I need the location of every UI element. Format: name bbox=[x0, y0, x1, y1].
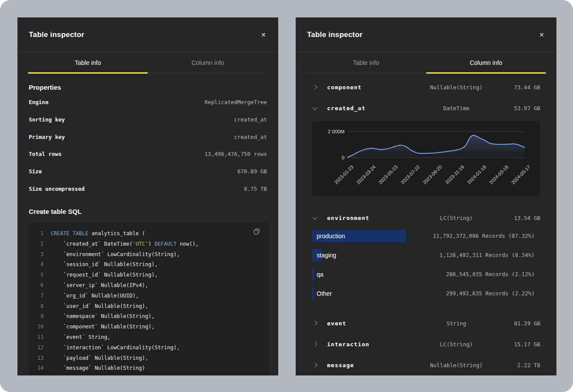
sql-line: 12 `interaction` LowCardinality(String), bbox=[29, 342, 269, 353]
line-number: 8 bbox=[29, 303, 44, 309]
line-number: 6 bbox=[29, 282, 44, 288]
sql-line: 10 `component` Nullable(String), bbox=[29, 321, 269, 332]
column-size: 53.97 GB bbox=[489, 105, 540, 112]
tab-column-info[interactable]: Column info bbox=[148, 52, 268, 73]
x-axis-label: 2024-03-18 bbox=[488, 164, 509, 185]
column-type: Nullable(String) bbox=[424, 362, 489, 368]
property-row: Total rows13,496,476,750 rows bbox=[29, 145, 267, 163]
column-row-component[interactable]: componentNullable(String)73.44 GB bbox=[296, 77, 556, 98]
env-value-row: Other299,492,635 Records (2.22%) bbox=[312, 287, 535, 300]
tab-bar: Table info Column info bbox=[28, 52, 268, 73]
created-at-histogram: 2 000M02023-01-232023-03-242023-05-23202… bbox=[312, 121, 540, 196]
sql-line-code: `payload` Nullable(String), bbox=[51, 355, 148, 361]
env-value-records: 11,792,372,086 Records (87.32%) bbox=[433, 230, 535, 242]
column-row-created_at[interactable]: created_atDateTime53.97 GB bbox=[296, 98, 556, 118]
sql-token: `payload` Nullable(String), bbox=[51, 355, 148, 361]
chevron-right-icon[interactable] bbox=[313, 363, 327, 367]
x-axis-label: 2024-05-17 bbox=[510, 164, 531, 185]
sql-line-code: `interaction` LowCardinality(String), bbox=[51, 345, 180, 351]
column-row-environment[interactable]: environmentLC(String)13.54 GB bbox=[296, 207, 556, 228]
x-axis-label: 2023-05-23 bbox=[378, 164, 399, 185]
app-background: Table inspector ✕ Table info Column info… bbox=[0, 0, 573, 392]
column-row-event[interactable]: eventString81.29 GB bbox=[296, 313, 556, 334]
sql-token: `server_ip` Nullable(IPv4), bbox=[51, 282, 148, 288]
env-value-label: Other bbox=[317, 287, 332, 300]
table-inspector-dialog-table-info: Table inspector ✕ Table info Column info… bbox=[17, 17, 278, 375]
sql-line-code: `environment` LowCardinality(String), bbox=[51, 251, 180, 257]
column-size: 2.22 TB bbox=[489, 362, 540, 368]
chevron-down-icon[interactable] bbox=[313, 107, 327, 109]
close-button[interactable]: ✕ bbox=[259, 30, 268, 40]
column-name: message bbox=[327, 362, 424, 368]
table-inspector-dialog-column-info: Table inspector ✕ Table info Column info… bbox=[296, 17, 556, 375]
histogram-svg: 2 000M02023-01-232023-03-242023-05-23202… bbox=[312, 121, 540, 196]
sql-token: `environment` LowCardinality(String), bbox=[51, 251, 180, 257]
property-row: Size670.89 GB bbox=[29, 163, 267, 180]
environment-top-values: production11,792,372,086 Records (87.32%… bbox=[296, 228, 556, 313]
property-label: Engine bbox=[29, 99, 48, 105]
env-value-row: production11,792,372,086 Records (87.32%… bbox=[312, 230, 535, 242]
sql-line-code: `created_at` DateTime('UTC') DEFAULT now… bbox=[51, 241, 199, 247]
tab-bar: Table info Column info bbox=[306, 52, 546, 73]
sql-line: 6 `server_ip` Nullable(IPv4), bbox=[29, 280, 269, 291]
dialog-title: Table inspector bbox=[307, 30, 362, 39]
x-axis-label: 2023-11-19 bbox=[444, 164, 465, 185]
line-number: 10 bbox=[29, 324, 44, 330]
property-value: 670.89 GB bbox=[237, 168, 267, 175]
column-row-message[interactable]: messageNullable(String)2.22 TB bbox=[296, 355, 556, 375]
sql-line: 11 `event` String, bbox=[29, 332, 269, 342]
sql-token: now(), bbox=[177, 241, 199, 247]
column-size: 73.44 GB bbox=[489, 84, 540, 91]
column-size: 81.29 GB bbox=[489, 320, 540, 327]
sql-token: 'UTC' bbox=[133, 241, 148, 247]
chevron-right-icon[interactable] bbox=[313, 342, 327, 346]
chevron-right-icon[interactable] bbox=[313, 85, 327, 89]
column-type: LC(String) bbox=[424, 215, 489, 221]
sql-line-code: `org_id` Nullable(UUID), bbox=[51, 293, 139, 299]
env-value-row: qa286,545,035 Records (2.12%) bbox=[312, 268, 535, 280]
column-name: component bbox=[327, 84, 424, 91]
chevron-right-icon[interactable] bbox=[313, 321, 327, 325]
property-label: Total rows bbox=[29, 151, 61, 157]
env-value-label: production bbox=[317, 230, 345, 242]
chevron-down-icon[interactable] bbox=[313, 217, 327, 219]
copy-sql-button[interactable] bbox=[252, 227, 261, 237]
sql-token: `session_id` Nullable(String), bbox=[51, 261, 158, 267]
sql-token: `org_id` Nullable(UUID), bbox=[51, 293, 139, 299]
property-label: Size uncompressed bbox=[29, 186, 85, 192]
line-number: 2 bbox=[29, 241, 44, 247]
sql-line-code: `namespace` Nullable(String), bbox=[51, 313, 154, 319]
line-number: 9 bbox=[29, 313, 44, 319]
properties-list: EngineReplicatedMergeTreeSorting keycrea… bbox=[29, 94, 267, 197]
sql-line: 9 `namespace` Nullable(String), bbox=[29, 311, 269, 322]
y-axis-label: 2 000M bbox=[328, 129, 344, 134]
column-row-interaction[interactable]: interactionLC(String)15.17 GB bbox=[296, 334, 556, 355]
property-label: Size bbox=[29, 168, 42, 175]
close-button[interactable]: ✕ bbox=[537, 30, 546, 40]
tab-column-info[interactable]: Column info bbox=[426, 52, 546, 73]
tab-table-info[interactable]: Table info bbox=[306, 52, 426, 73]
property-row: Sorting keycreated_at bbox=[29, 111, 267, 128]
env-value-records: 1,126,492,311 Records (8.34%) bbox=[440, 249, 535, 261]
tab-table-info[interactable]: Table info bbox=[28, 52, 148, 73]
property-label: Sorting key bbox=[29, 116, 65, 123]
sql-token: `user_id` Nullable(String), bbox=[51, 303, 148, 309]
property-row: EngineReplicatedMergeTree bbox=[29, 94, 267, 111]
sql-line-code: `session_id` Nullable(String), bbox=[51, 261, 158, 267]
sql-line-code: `request_id` Nullable(String), bbox=[51, 272, 158, 278]
property-value: ReplicatedMergeTree bbox=[205, 99, 267, 105]
property-label: Primary key bbox=[29, 134, 65, 140]
sql-token: ) bbox=[148, 241, 154, 247]
sql-line: 14 `message` Nullable(String) bbox=[29, 363, 269, 373]
column-list: componentNullable(String)73.44 GBcreated… bbox=[296, 73, 556, 375]
sql-line: 7 `org_id` Nullable(UUID), bbox=[29, 291, 269, 301]
copy-icon bbox=[253, 228, 260, 235]
sql-token: `namespace` Nullable(String), bbox=[51, 313, 154, 319]
sql-line-code: CREATE TABLE analytics_table ( bbox=[51, 230, 145, 237]
line-number: 13 bbox=[29, 355, 44, 361]
sql-line-code: `component` Nullable(String), bbox=[51, 324, 154, 330]
dialog-title: Table inspector bbox=[29, 30, 84, 39]
line-number: 4 bbox=[29, 261, 44, 267]
property-value: 8.75 TB bbox=[244, 186, 267, 192]
dialog-header: Table inspector ✕ bbox=[17, 17, 278, 52]
